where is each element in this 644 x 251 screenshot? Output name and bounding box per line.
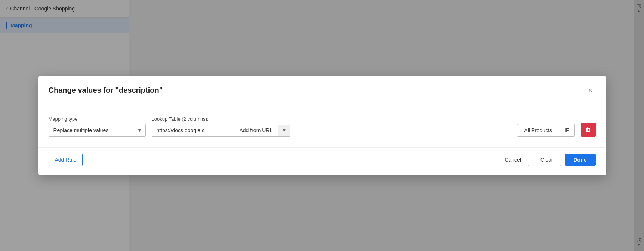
modal-header: Change values for "description" × bbox=[38, 76, 606, 101]
add-from-url-label: Add from URL bbox=[234, 124, 278, 136]
done-button[interactable]: Done bbox=[565, 154, 596, 166]
footer-right-actions: Cancel Clear Done bbox=[497, 154, 595, 166]
mapping-type-select[interactable]: Replace multiple values Replace single v… bbox=[49, 124, 146, 137]
modal-title: Change values for "description" bbox=[49, 86, 163, 94]
mapping-type-label: Mapping type: bbox=[49, 116, 146, 122]
modal-footer: Add Rule Cancel Clear Done bbox=[38, 147, 606, 175]
delete-rule-button[interactable]: 🗑 bbox=[581, 123, 596, 137]
filter-buttons-group: All Products IF bbox=[517, 124, 574, 137]
cancel-button[interactable]: Cancel bbox=[497, 154, 529, 166]
add-from-url-button[interactable]: Add from URL ▼ bbox=[234, 124, 291, 137]
mapping-type-select-wrapper: Replace multiple values Replace single v… bbox=[49, 124, 146, 137]
clear-button[interactable]: Clear bbox=[533, 154, 561, 166]
modal-body: Mapping type: Replace multiple values Re… bbox=[38, 101, 606, 147]
modal-dialog: Change values for "description" × Mappin… bbox=[38, 76, 606, 175]
if-button[interactable]: IF bbox=[559, 124, 574, 137]
modal-overlay: Change values for "description" × Mappin… bbox=[0, 0, 644, 251]
add-rule-button[interactable]: Add Rule bbox=[49, 154, 83, 166]
url-input[interactable] bbox=[152, 124, 234, 137]
all-products-button[interactable]: All Products bbox=[517, 124, 559, 137]
add-from-url-dropdown-icon[interactable]: ▼ bbox=[278, 125, 290, 136]
lookup-table-group: Lookup Table (2 columns): Add from URL ▼ bbox=[152, 116, 291, 137]
lookup-table-label: Lookup Table (2 columns): bbox=[152, 116, 291, 122]
rule-row: Mapping type: Replace multiple values Re… bbox=[49, 116, 596, 137]
modal-close-button[interactable]: × bbox=[585, 85, 596, 95]
lookup-inputs-row: Add from URL ▼ bbox=[152, 124, 291, 137]
mapping-type-group: Mapping type: Replace multiple values Re… bbox=[49, 116, 146, 137]
trash-icon: 🗑 bbox=[585, 126, 591, 133]
delete-button-wrapper: 🗑 bbox=[581, 123, 596, 137]
